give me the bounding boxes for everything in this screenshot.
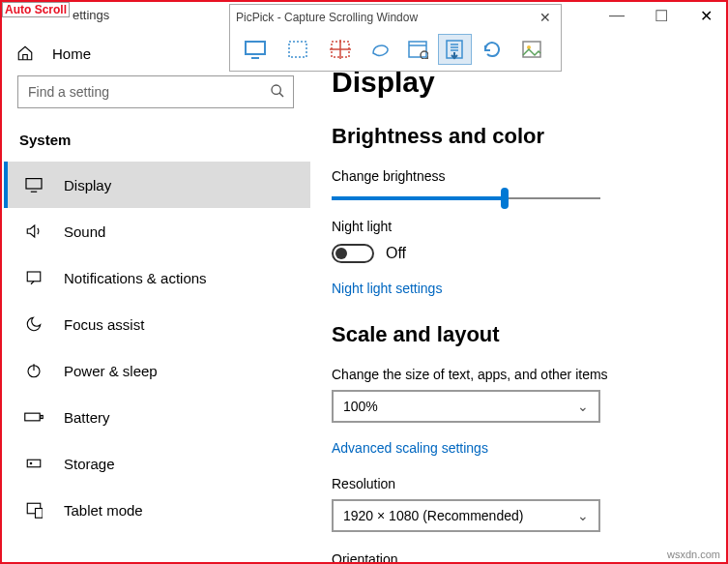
capture-scrolling-button[interactable] — [438, 34, 471, 65]
picpick-toolbar — [230, 30, 561, 71]
svg-rect-16 — [523, 42, 540, 57]
picpick-titlebar[interactable]: PicPick - Capture Scrolling Window ✕ — [230, 5, 561, 30]
search-icon — [270, 83, 285, 103]
picpick-window[interactable]: PicPick - Capture Scrolling Window ✕ — [229, 4, 562, 72]
svg-rect-11 — [289, 42, 306, 57]
watermark: wsxdn.com — [667, 549, 720, 560]
nightlight-toggle[interactable] — [332, 244, 374, 263]
slider-fill — [332, 196, 501, 200]
capture-window-button[interactable] — [401, 34, 434, 65]
capture-freehand-button[interactable] — [364, 34, 396, 65]
picpick-title-text: PicPick - Capture Scrolling Window — [236, 11, 418, 24]
capture-fullscreen-button[interactable] — [236, 34, 275, 65]
picpick-close-button[interactable]: ✕ — [536, 10, 555, 25]
svg-rect-13 — [409, 42, 426, 57]
svg-point-0 — [272, 85, 280, 94]
capture-repeat-button[interactable] — [476, 34, 509, 65]
toggle-dot — [335, 248, 347, 259]
window-title: ettings — [73, 8, 109, 22]
svg-point-14 — [421, 51, 428, 59]
capture-region-button[interactable] — [278, 34, 317, 65]
capture-image-button[interactable] — [512, 34, 551, 65]
slider-thumb[interactable] — [501, 188, 509, 209]
svg-rect-10 — [246, 42, 265, 54]
autoscroll-badge: Auto Scroll — [2, 2, 70, 17]
brightness-slider[interactable] — [332, 197, 600, 199]
search-input[interactable] — [17, 75, 294, 108]
capture-fixed-region-button[interactable] — [321, 34, 360, 65]
